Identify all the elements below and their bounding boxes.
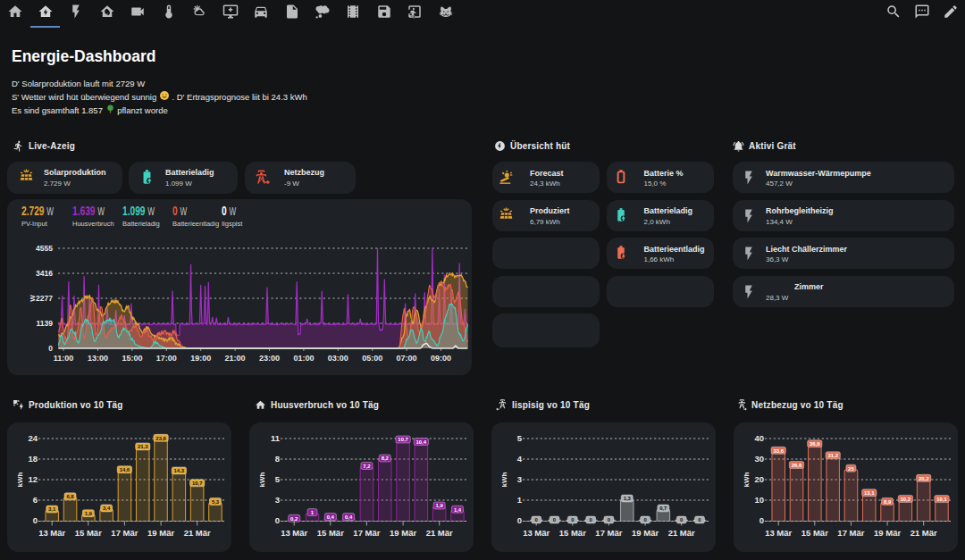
svg-text:8: 8: [275, 454, 280, 464]
svg-text:23,8: 23,8: [155, 435, 166, 440]
svg-text:36,9: 36,9: [810, 441, 820, 447]
svg-text:10,7: 10,7: [192, 481, 203, 486]
svg-text:25: 25: [848, 465, 854, 471]
svg-text:0,7: 0,7: [659, 506, 667, 511]
svg-text:03:00: 03:00: [327, 353, 348, 362]
svg-text:14,3: 14,3: [174, 468, 185, 473]
svg-text:0: 0: [48, 344, 53, 353]
svg-text:3,4: 3,4: [103, 506, 111, 511]
svg-text:11:00: 11:00: [53, 353, 73, 362]
svg-text:40: 40: [754, 433, 764, 443]
svg-text:17 Mär: 17 Mär: [353, 527, 380, 537]
svg-text:17 Mär: 17 Mär: [111, 527, 138, 537]
svg-text:15 Mär: 15 Mär: [317, 527, 344, 537]
svg-text:1,4: 1,4: [454, 506, 462, 512]
svg-text:14,6: 14,6: [120, 467, 130, 472]
svg-text:15 Mär: 15 Mär: [559, 527, 586, 537]
svg-text:10,2: 10,2: [901, 496, 911, 501]
svg-text:5: 5: [275, 474, 281, 484]
svg-text:15 Mär: 15 Mär: [75, 527, 102, 537]
svg-text:10,7: 10,7: [398, 437, 408, 442]
svg-text:0: 0: [275, 515, 280, 525]
svg-text:1,9: 1,9: [436, 503, 444, 508]
svg-text:33,6: 33,6: [773, 447, 784, 453]
svg-text:21 Mär: 21 Mär: [426, 527, 453, 537]
svg-text:13 Mär: 13 Mär: [281, 527, 307, 537]
svg-text:7,2: 7,2: [363, 463, 371, 468]
svg-text:23:00: 23:00: [258, 353, 279, 362]
svg-text:4555: 4555: [36, 244, 53, 253]
svg-text:1,9: 1,9: [85, 511, 93, 516]
svg-text:21:00: 21:00: [224, 353, 245, 362]
svg-text:15:00: 15:00: [122, 353, 142, 362]
svg-text:0,4: 0,4: [327, 514, 335, 519]
svg-text:13,1: 13,1: [864, 490, 875, 496]
svg-text:30: 30: [754, 454, 764, 464]
svg-text:19:00: 19:00: [190, 353, 211, 362]
svg-text:17:00: 17:00: [155, 353, 176, 362]
svg-text:kWh: kWh: [16, 472, 24, 487]
svg-text:10,1: 10,1: [936, 496, 947, 501]
svg-text:13:00: 13:00: [87, 353, 107, 362]
svg-text:13 Mär: 13 Mär: [38, 527, 65, 537]
svg-text:19 Mär: 19 Mär: [874, 527, 901, 537]
svg-text:18: 18: [28, 454, 38, 464]
svg-text:13 Mär: 13 Mär: [523, 527, 550, 537]
svg-text:05:00: 05:00: [362, 353, 382, 362]
svg-text:3: 3: [275, 495, 280, 505]
svg-text:31,2: 31,2: [827, 453, 838, 458]
svg-text:3416: 3416: [36, 269, 53, 278]
svg-text:8,9: 8,9: [884, 498, 892, 504]
svg-text:2277: 2277: [36, 294, 53, 303]
svg-text:19 Mär: 19 Mär: [147, 527, 174, 537]
svg-text:26,6: 26,6: [792, 462, 802, 467]
svg-text:1: 1: [517, 495, 523, 505]
svg-text:12: 12: [28, 474, 38, 484]
svg-text:6: 6: [33, 495, 38, 505]
svg-text:17 Mär: 17 Mär: [595, 527, 622, 537]
svg-text:21 Mär: 21 Mär: [910, 527, 937, 537]
svg-text:1139: 1139: [36, 319, 53, 328]
svg-text:13 Mär: 13 Mär: [765, 527, 792, 537]
svg-text:21 Mär: 21 Mär: [668, 527, 695, 537]
svg-text:3,1: 3,1: [48, 506, 56, 512]
svg-text:09:00: 09:00: [430, 353, 450, 362]
svg-text:24: 24: [28, 433, 38, 443]
svg-text:01:00: 01:00: [293, 353, 314, 362]
svg-text:kWh: kWh: [743, 472, 751, 487]
svg-text:1,3: 1,3: [624, 496, 632, 501]
svg-text:21,3: 21,3: [138, 444, 148, 449]
svg-text:kWh: kWh: [258, 472, 266, 487]
svg-text:10: 10: [754, 495, 764, 505]
svg-text:0: 0: [33, 515, 38, 525]
svg-text:3: 3: [517, 474, 522, 484]
svg-text:5: 5: [517, 433, 523, 443]
svg-text:0,4: 0,4: [345, 514, 353, 519]
svg-text:4: 4: [517, 454, 523, 464]
svg-text:17 Mär: 17 Mär: [837, 527, 864, 537]
svg-text:07:00: 07:00: [396, 353, 416, 362]
svg-text:0: 0: [517, 515, 522, 525]
svg-text:6,8: 6,8: [66, 494, 74, 499]
svg-text:0,2: 0,2: [290, 515, 298, 521]
svg-text:10,4: 10,4: [416, 439, 427, 444]
svg-text:0: 0: [759, 515, 764, 525]
svg-text:W: W: [29, 294, 37, 301]
svg-text:19 Mär: 19 Mär: [390, 527, 416, 537]
svg-text:5,3: 5,3: [212, 498, 220, 504]
svg-text:8,2: 8,2: [382, 456, 390, 461]
svg-text:20,2: 20,2: [919, 475, 929, 481]
svg-text:kWh: kWh: [500, 472, 508, 487]
svg-text:19 Mär: 19 Mär: [632, 527, 659, 537]
svg-text:11: 11: [271, 433, 281, 443]
svg-text:15 Mär: 15 Mär: [801, 527, 828, 537]
svg-text:21 Mär: 21 Mär: [184, 527, 211, 537]
svg-text:20: 20: [754, 474, 764, 484]
